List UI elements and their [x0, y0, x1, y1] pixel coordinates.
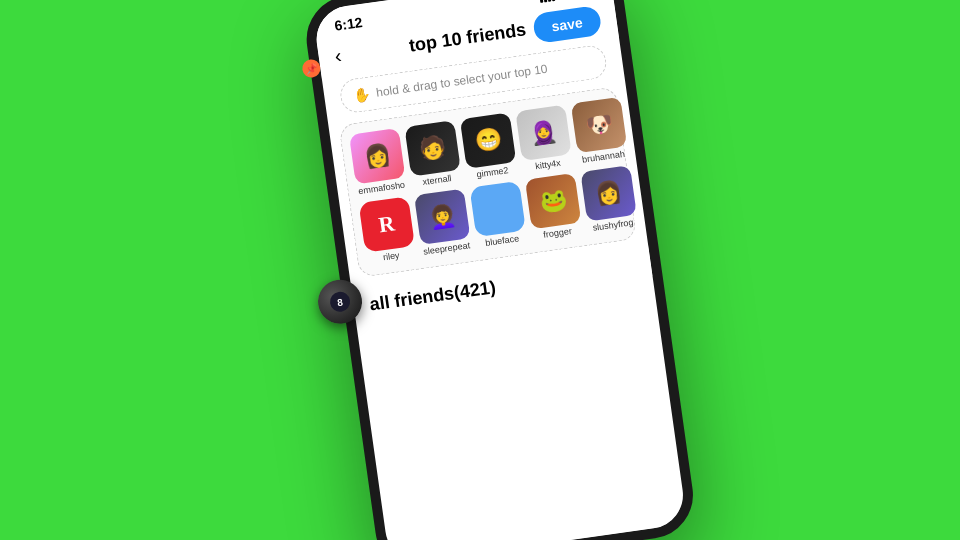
save-button[interactable]: save — [532, 4, 603, 43]
friend-item-frogger[interactable]: 🐸 frogger — [525, 173, 583, 242]
friend-avatar-bruhannah: 🐶 — [571, 97, 627, 153]
friend-item-blueface[interactable]: blueface — [469, 181, 527, 250]
all-friends-title: all friends(421) — [368, 277, 497, 314]
hand-icon: ✋ — [352, 86, 371, 104]
friend-name-kitty4x: kitty4x — [535, 159, 562, 172]
magic-ball-inner: 8 — [329, 290, 352, 313]
wifi-icon: ⊙ — [557, 0, 569, 1]
top-friends-section: 👩 emmafosho 🧑 xternall 😁 — [338, 86, 637, 277]
friend-item-xternall[interactable]: 🧑 xternall — [404, 120, 462, 189]
friend-name-blueface: blueface — [485, 234, 520, 249]
signal-icon — [539, 0, 556, 3]
signal-bar-3 — [547, 0, 551, 2]
friend-item-slushyfrog[interactable]: 👩 slushyfrog — [580, 165, 638, 234]
friend-avatar-kitty4x: 🧕 — [515, 105, 571, 161]
signal-bar-2 — [544, 0, 548, 2]
phone-wrapper: 📌 8 6:12 ⊙ — [301, 0, 699, 540]
friend-avatar-blueface — [469, 181, 525, 237]
friend-avatar-sleeprepeat: 👩‍🦱 — [414, 188, 470, 244]
scroll-fade — [386, 494, 687, 540]
signal-bar-1 — [540, 0, 544, 3]
notif-icon: 📌 — [305, 62, 318, 75]
friend-name-frogger: frogger — [543, 227, 573, 241]
riley-logo: R — [377, 210, 396, 238]
friend-name-slushyfrog: slushyfrog — [592, 218, 634, 234]
back-button[interactable]: ‹ — [333, 44, 343, 68]
friend-avatar-gimme2: 😁 — [460, 112, 516, 168]
friend-item-kitty4x[interactable]: 🧕 kitty4x — [515, 105, 573, 174]
friends-grid: 👩 emmafosho 🧑 xternall 😁 — [349, 98, 627, 265]
friend-avatar-emmafosho: 👩 — [349, 128, 405, 184]
friend-name-riley: riley — [382, 251, 400, 263]
friend-item-bruhannah[interactable]: 🐶 bruhannah — [571, 97, 629, 166]
status-time: 6:12 — [333, 14, 363, 34]
friend-avatar-frogger: 🐸 — [525, 173, 581, 229]
friend-avatar-xternall: 🧑 — [404, 120, 460, 176]
friend-avatar-slushyfrog: 👩 — [580, 165, 636, 221]
friend-name-bruhannah: bruhannah — [582, 150, 626, 166]
friend-item-riley[interactable]: R riley — [359, 196, 417, 265]
magic-ball-number: 8 — [337, 296, 344, 308]
scene: 📌 8 6:12 ⊙ — [0, 0, 960, 540]
signal-bar-4 — [551, 0, 555, 1]
friend-item-gimme2[interactable]: 😁 gimme2 — [460, 112, 518, 181]
friend-item-emmafosho[interactable]: 👩 emmafosho — [349, 128, 407, 197]
friend-item-sleeprepeat[interactable]: 👩‍🦱 sleeprepeat — [414, 188, 472, 257]
friend-name-gimme2: gimme2 — [476, 166, 509, 180]
phone-device: 6:12 ⊙ ‹ top 10 friends — [301, 0, 699, 540]
friend-avatar-riley: R — [359, 196, 415, 252]
page-title: top 10 friends — [408, 19, 528, 56]
friend-name-xternall: xternall — [422, 174, 452, 188]
